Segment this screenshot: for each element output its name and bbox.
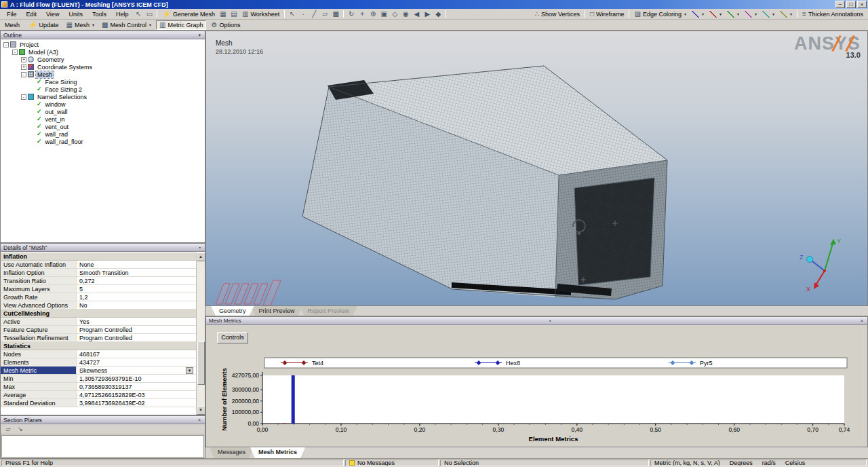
- scrollbar-thumb[interactable]: [197, 341, 205, 385]
- prev-view-icon[interactable]: ◀: [411, 10, 422, 19]
- viewport-3d[interactable]: Mesh 28.12.2010 12:16 ANSYS 13.0 Y Z X: [205, 31, 868, 306]
- details-value[interactable]: Yes: [77, 318, 196, 325]
- section-planes-close-icon[interactable]: ×: [197, 417, 202, 422]
- section-planes-list[interactable]: [1, 435, 204, 457]
- edge-style-green-dropdown[interactable]: ▾: [724, 10, 742, 19]
- details-row-nodes[interactable]: Nodes468167: [1, 350, 196, 358]
- details-value[interactable]: 434727: [77, 358, 196, 366]
- options-button[interactable]: ⚙Options: [208, 20, 243, 30]
- next-view-icon[interactable]: ▶: [422, 10, 433, 19]
- thicken-annotations-button[interactable]: ≡Thicken Annotations: [800, 10, 866, 19]
- edge-style-cyan-dropdown[interactable]: ▾: [760, 10, 777, 19]
- tree-item-named-selections[interactable]: -Named Selections: [1, 93, 205, 100]
- details-row-standard-deviation[interactable]: Standard Deviation3,99841736928439E-02: [1, 399, 196, 407]
- details-value[interactable]: Smooth Transition: [77, 269, 196, 276]
- details-panel-pin-icon[interactable]: ▪: [198, 245, 202, 250]
- vertex-select-icon[interactable]: ∙: [298, 10, 309, 19]
- details-section-statistics[interactable]: Statistics: [1, 342, 196, 350]
- zoom-icon[interactable]: ⊕: [368, 10, 378, 19]
- tab-report-preview[interactable]: Report Preview: [300, 306, 358, 316]
- details-value[interactable]: 1,3057293693791E-10: [77, 375, 196, 382]
- details-row-view-advanced-options[interactable]: View Advanced OptionsNo: [1, 301, 196, 310]
- collapse-icon[interactable]: -: [21, 94, 26, 100]
- edge-style-red-dropdown[interactable]: ▾: [707, 10, 724, 19]
- details-row-feature-capture[interactable]: Feature CaptureProgram Controlled: [1, 326, 196, 334]
- tree-item-window[interactable]: ✓window: [1, 100, 205, 108]
- select-mode-icon[interactable]: ↖: [133, 10, 144, 19]
- tags-icon[interactable]: ▤: [229, 10, 239, 19]
- edge-style-blue-dropdown[interactable]: ▾: [689, 10, 707, 19]
- menu-help[interactable]: Help: [111, 10, 134, 18]
- zoom-box-icon[interactable]: ▣: [378, 10, 389, 19]
- details-value[interactable]: 468167: [77, 350, 196, 358]
- minimize-button[interactable]: −: [835, 1, 845, 8]
- worksheet-button[interactable]: ▥Worksheet: [239, 10, 282, 19]
- details-row-elements[interactable]: Elements434727: [1, 358, 196, 367]
- details-value[interactable]: 1,2: [77, 293, 196, 301]
- menu-view[interactable]: View: [41, 10, 64, 18]
- details-row-max[interactable]: Max0,73658930319137: [1, 383, 196, 391]
- details-value[interactable]: Program Controlled: [77, 326, 196, 333]
- expand-icon[interactable]: +: [21, 64, 26, 70]
- details-value[interactable]: 0,73658930319137: [77, 383, 196, 390]
- details-value[interactable]: 0,272: [77, 277, 196, 284]
- tree-item-vent-out[interactable]: ✓vent_out: [1, 123, 205, 130]
- collapse-icon[interactable]: -: [12, 50, 18, 55]
- tree-item-wall-rad[interactable]: ✓wall_rad: [1, 130, 205, 138]
- controls-button[interactable]: Controls: [217, 332, 248, 343]
- details-value[interactable]: 4,97125266152829E-03: [77, 391, 196, 398]
- scroll-up-icon[interactable]: ▲: [197, 253, 205, 261]
- details-section-inflation[interactable]: Inflation: [1, 253, 196, 261]
- details-row-maximum-layers[interactable]: Maximum Layers5: [1, 285, 196, 293]
- tree-item-wall-rad-floor[interactable]: ✓wall_rad_floor: [1, 138, 205, 145]
- details-row-mesh-metric[interactable]: Mesh MetricSkewness▼: [1, 367, 196, 375]
- edge-style-magenta-dropdown[interactable]: ▾: [742, 10, 760, 19]
- details-section-cutcellmeshing[interactable]: CutCellMeshing: [1, 310, 196, 318]
- details-row-transition-ratio[interactable]: Transition Ratio0,272: [1, 277, 196, 285]
- expand-icon[interactable]: +: [21, 57, 26, 62]
- details-row-tessellation-refinement[interactable]: Tessellation RefinementProgram Controlle…: [1, 334, 196, 342]
- outline-panel-menu-icon[interactable]: ▾: [197, 33, 202, 38]
- fit-view-icon[interactable]: ◇: [389, 10, 400, 19]
- iso-view-icon[interactable]: ◆: [433, 10, 443, 19]
- tree-item-face-sizing-2[interactable]: ✓Face Sizing 2: [1, 86, 205, 93]
- collapse-icon[interactable]: -: [21, 72, 26, 77]
- chevron-down-icon[interactable]: ▼: [186, 367, 193, 374]
- details-value[interactable]: Skewness▼: [77, 367, 196, 374]
- details-value[interactable]: 5: [77, 285, 196, 293]
- status-messages[interactable]: No Messages: [345, 460, 439, 466]
- tree-item-face-sizing[interactable]: ✓Face Sizing: [1, 78, 205, 86]
- tree-item-mesh[interactable]: -Mesh: [1, 71, 205, 78]
- details-row-use-automatic-inflation[interactable]: Use Automatic InflationNone: [1, 261, 196, 269]
- maximize-button[interactable]: □: [846, 1, 856, 8]
- menu-file[interactable]: File: [2, 10, 22, 18]
- update-button[interactable]: ⚡Update: [26, 20, 62, 30]
- edge-coloring-dropdown[interactable]: ▨Edge Coloring▾: [631, 10, 689, 19]
- menu-tools[interactable]: Tools: [87, 10, 111, 18]
- details-row-average[interactable]: Average4,97125266152829E-03: [1, 391, 196, 399]
- details-row-growth-rate[interactable]: Growth Rate1,2: [1, 293, 196, 301]
- tab-messages[interactable]: Messages: [210, 447, 254, 458]
- box-select-icon[interactable]: ▭: [144, 10, 155, 19]
- wireframe-button[interactable]: □Wireframe: [587, 10, 627, 19]
- show-vertices-button[interactable]: ∴Show Vertices: [532, 10, 583, 19]
- details-scrollbar[interactable]: ▲ ▼: [196, 253, 205, 415]
- new-section-plane-icon[interactable]: ▱: [3, 425, 13, 433]
- generate-mesh-button[interactable]: ⚡Generate Mesh: [159, 10, 218, 19]
- edit-section-plane-icon[interactable]: ↘: [16, 425, 25, 433]
- details-row-inflation-option[interactable]: Inflation OptionSmooth Transition: [1, 269, 196, 277]
- edge-style-olive-dropdown[interactable]: ▾: [777, 10, 795, 19]
- cursor-icon[interactable]: ↖: [287, 10, 298, 19]
- face-select-icon[interactable]: ▱: [319, 10, 330, 19]
- mesh-control-dropdown[interactable]: ▩Mesh Control▾: [99, 20, 154, 30]
- tree-item-coordinate-systems[interactable]: +Coordinate Systems: [1, 63, 205, 71]
- tree-item-vent-in[interactable]: ✓vent_in: [1, 115, 205, 123]
- tab-geometry[interactable]: Geometry: [211, 306, 254, 316]
- mesh-grid-icon[interactable]: ▦: [218, 10, 229, 19]
- details-row-active[interactable]: ActiveYes: [1, 318, 196, 326]
- magnifier-icon[interactable]: ◉: [400, 10, 411, 19]
- details-value[interactable]: No: [77, 301, 196, 309]
- metrics-close-icon[interactable]: ×: [859, 318, 865, 323]
- collapse-icon[interactable]: -: [3, 42, 9, 48]
- metric-graph-button[interactable]: ▥Metric Graph: [156, 20, 206, 30]
